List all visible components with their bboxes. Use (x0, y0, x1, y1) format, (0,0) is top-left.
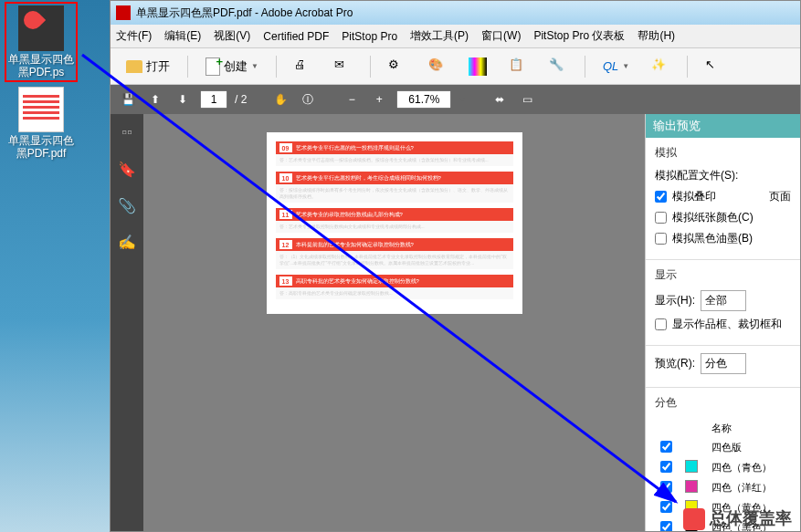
chevron-down-icon: ▼ (251, 62, 258, 70)
gear-icon: ⚙ (388, 57, 406, 76)
acrobat-window: 单黑显示四色黑PDF.pdf - Adobe Acrobat Pro 文件(F)… (110, 0, 801, 532)
plate-checkbox[interactable] (660, 481, 672, 493)
menu-help[interactable]: 帮助(H) (638, 28, 675, 44)
separator (687, 56, 688, 78)
menu-certified[interactable]: Certified PDF (263, 30, 329, 43)
window-title: 单黑显示四色黑PDF.pdf - Adobe Acrobat Pro (136, 5, 353, 21)
preview-r-label: 预览(R): (655, 356, 695, 371)
menu-pitstop[interactable]: PitStop Pro (342, 30, 397, 43)
title-bar[interactable]: 单黑显示四色黑PDF.pdf - Adobe Acrobat Pro (111, 1, 800, 25)
open-button[interactable]: 打开 (118, 54, 178, 79)
sim-overprint-checkbox[interactable] (655, 191, 667, 203)
bookmarks-panel-button[interactable]: 🔖 (118, 160, 136, 178)
select-tool[interactable]: Ⓘ (298, 89, 318, 110)
main-area: ▫▫ 🔖 📎 ✍ 09艺术类专业平行志愿的统一投档排序规则是什么? 答：艺术类专… (111, 114, 800, 531)
sim-black-label: 模拟黑色油墨(B) (672, 231, 753, 246)
tool-1[interactable]: ⚙ (380, 54, 415, 79)
page-total: / 2 (235, 93, 247, 106)
desktop-file-pdf[interactable]: 单黑显示四色黑PDF.pdf (5, 87, 78, 160)
q-body: 答：高职专科批的艺术类专业如何确定录取控制分数线... (276, 287, 513, 299)
ql-icon: QL (603, 59, 618, 73)
separations-icon (469, 57, 487, 76)
show-art-checkbox[interactable] (655, 318, 667, 330)
desktop-file-ps[interactable]: 单黑显示四色黑PDF.ps (5, 2, 78, 82)
show-art-label: 显示作品框、裁切框和 (672, 317, 782, 332)
select-tool[interactable]: ↖ (697, 54, 732, 79)
document-area[interactable]: 09艺术类专业平行志愿的统一投档排序规则是什么? 答：艺术类专业平行志愿统一按综… (143, 114, 645, 531)
panel-title: 输出预览 (646, 114, 800, 138)
create-label: 创建 (224, 58, 248, 75)
attachments-panel-button[interactable]: 📎 (118, 196, 136, 214)
q-num: 10 (279, 173, 292, 183)
table-row: 四色版 (657, 439, 789, 456)
sim-black-checkbox[interactable] (655, 233, 667, 245)
fit-width-button[interactable]: ⬌ (490, 89, 510, 110)
cursor-icon: ↖ (705, 57, 723, 76)
plate-name: 四色版 (708, 439, 789, 456)
plate-checkbox[interactable] (660, 461, 672, 473)
sim-paper-label: 模拟纸张颜色(C) (672, 210, 754, 225)
zoom-input[interactable] (396, 90, 451, 109)
tool-6[interactable]: ✨ (643, 54, 678, 79)
next-page-button[interactable]: ⬇ (173, 89, 193, 110)
tool-2[interactable]: 🎨 (420, 54, 455, 79)
signatures-panel-button[interactable]: ✍ (118, 233, 136, 251)
chevron-down-icon: ▼ (622, 62, 629, 70)
plate-checkbox[interactable] (660, 501, 672, 513)
table-row: 四色（洋红） (657, 478, 789, 496)
cyan-swatch (685, 460, 698, 473)
postscript-icon (18, 5, 64, 51)
preview-select[interactable]: 分色 (701, 353, 746, 374)
sim-overprint-label: 模拟叠印 (672, 189, 716, 204)
email-button[interactable]: ✉ (326, 54, 361, 79)
pages-panel-button[interactable]: ▫▫ (118, 123, 136, 141)
display-section: 显示 (655, 267, 791, 283)
q-title: 本科提前批的艺术专业如何确定录取控制分数线? (296, 241, 414, 249)
print-icon: 🖨 (294, 57, 312, 76)
page-input[interactable] (200, 90, 227, 109)
sim-paper-checkbox[interactable] (655, 212, 667, 224)
q-num: 11 (279, 210, 292, 219)
watermark-text: 总体覆盖率 (710, 509, 792, 527)
menu-edit[interactable]: 编辑(E) (164, 28, 201, 44)
plate-checkbox[interactable] (660, 521, 672, 532)
chevron-down-icon[interactable]: ▼ (458, 96, 466, 104)
q-title: 高职专科批的艺术类专业如何确定录取控制分数线? (296, 277, 419, 286)
tool-4[interactable]: 📋 (501, 54, 535, 79)
tool-3[interactable] (460, 54, 495, 79)
separator (370, 56, 371, 78)
watermark-logo-icon (683, 508, 705, 530)
zoom-out-button[interactable]: − (342, 89, 362, 110)
save-button[interactable]: 💾 (118, 89, 138, 110)
menu-pitstop-dash[interactable]: PitStop Pro 仪表板 (533, 28, 625, 44)
question-block: 11艺术类专业的录取控制分数线由几部分构成? 答：艺术类专业录取控制分数线由文化… (276, 208, 513, 233)
pitstop-icon: 🔧 (549, 57, 567, 76)
display-select[interactable]: 全部 (701, 290, 746, 311)
tool-5[interactable]: 🔧 (541, 54, 575, 79)
menu-plugins[interactable]: 增效工具(P) (410, 28, 469, 44)
menu-view[interactable]: 视图(V) (214, 28, 250, 44)
menu-file[interactable]: 文件(F) (116, 28, 152, 44)
q-body: 答：艺术类专业平行志愿统一按综合成绩投档。按综合考生文化成绩（含政策性加分）和专… (276, 154, 513, 166)
plate-checkbox[interactable] (660, 441, 672, 453)
fit-page-button[interactable]: ▭ (517, 89, 537, 110)
q-body: 答：按综合成绩排序时如果有多个考生同分时，依次按考生文化成绩（含政策性加分）、语… (276, 184, 513, 203)
main-toolbar: 打开 创建 ▼ 🖨 ✉ ⚙ 🎨 📋 🔧 QL▼ ✨ ↖ (111, 48, 800, 85)
sim-profile-label: 模拟配置文件(S): (655, 168, 738, 183)
q-body: 答：（1）文化成绩录取控制分数线：本科提前批艺术专业文化录取控制分数线按教育部规… (276, 251, 513, 269)
magenta-swatch (685, 480, 698, 493)
folder-icon (126, 60, 142, 73)
open-label: 打开 (146, 58, 170, 75)
create-icon (206, 57, 220, 76)
hand-tool[interactable]: ✋ (270, 89, 290, 110)
print-button[interactable]: 🖨 (286, 54, 321, 79)
tool-ql[interactable]: QL▼ (595, 54, 638, 79)
create-button[interactable]: 创建 ▼ (197, 54, 267, 79)
menu-window[interactable]: 窗口(W) (481, 28, 521, 44)
zoom-in-button[interactable]: + (369, 89, 389, 110)
pdf-page: 09艺术类专业平行志愿的统一投档排序规则是什么? 答：艺术类专业平行志愿统一按综… (267, 132, 522, 314)
q-title: 艺术类专业平行志愿的统一投档排序规则是什么? (296, 144, 414, 152)
menu-bar: 文件(F) 编辑(E) 视图(V) Certified PDF PitStop … (111, 25, 800, 48)
wand-icon: ✨ (651, 57, 669, 76)
prev-page-button[interactable]: ⬆ (145, 89, 165, 110)
